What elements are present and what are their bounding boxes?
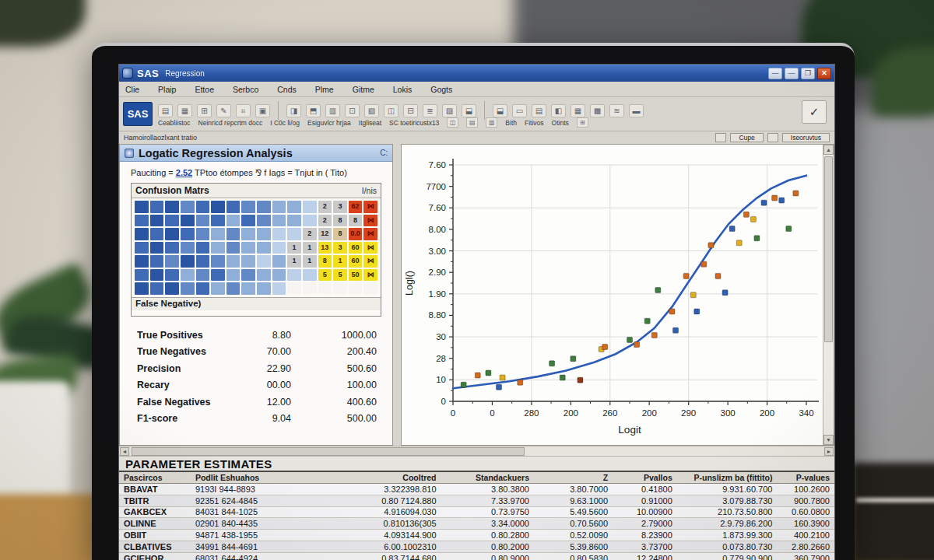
table-cell: 5.39.8600 <box>534 541 613 552</box>
table-cell: 0.70.5600 <box>534 518 613 530</box>
matrix-cell-0-8 <box>257 201 271 213</box>
minimize-button-2[interactable]: — <box>785 68 799 79</box>
document-title: Regression <box>165 69 205 78</box>
close-button[interactable]: ✕ <box>817 68 831 79</box>
toolbar-icon-r-8[interactable]: ▬ <box>629 104 644 117</box>
minimize-button[interactable]: — <box>768 68 782 79</box>
horizontal-scroll-thumb[interactable] <box>132 447 525 456</box>
menu-item-plaip[interactable]: Plaip <box>158 85 176 94</box>
toolbar-mini-icon-trail[interactable]: ⊞ <box>577 117 588 128</box>
toolbar-icon-1[interactable]: ▤ <box>158 104 173 117</box>
matrix-cell-3-3 <box>181 242 195 254</box>
table-row: GCIEHOR68031 644-49240.83 7144.6800.80.9… <box>119 552 834 560</box>
table-cell: OBIIT <box>119 530 191 541</box>
toolbar-icon-5[interactable]: ⌗ <box>236 104 251 117</box>
toolbar-icon-15[interactable]: ▨ <box>442 104 457 117</box>
table-cell: 0.80 7124.880 <box>312 495 441 506</box>
scatter-point <box>669 309 675 314</box>
metric-label: F1-score <box>137 413 237 424</box>
status-text: Hamoirollaozlxant tratio <box>124 134 197 142</box>
matrix-cell-2-0 <box>135 228 149 240</box>
toolbar-icon-6[interactable]: ▣ <box>255 104 270 117</box>
toolbar-icon-9[interactable]: ▥ <box>325 104 340 117</box>
sas-window: SAS Regression ——❐✕ CliePlaipEttoeSerbco… <box>118 64 835 560</box>
matrix-cell-4-0 <box>135 255 149 268</box>
toolbar-icon-r-6[interactable]: ▩ <box>590 104 605 117</box>
formula-rest: TPtoo étompes ⅋ f Iags = Tnjut in ( Tito… <box>192 168 347 177</box>
menu-item-clie[interactable]: Clie <box>125 85 139 94</box>
menu-item-gogts[interactable]: Gogts <box>430 85 452 94</box>
toolbar-icon-3[interactable]: ⊞ <box>197 104 212 117</box>
toolbar-icon-r-3[interactable]: ▤ <box>532 104 546 117</box>
menu-item-gitme[interactable]: Gitme <box>353 85 374 94</box>
matrix-cell-5-9 <box>272 269 286 282</box>
scatter-point <box>655 288 661 293</box>
menu-bar: CliePlaipEttoeSerbcoCndsPlmeGitmeLokisGo… <box>119 82 834 97</box>
metric-row: False Negatives12.00400.60 <box>137 394 377 411</box>
toolbar-icon-12[interactable]: ◫ <box>384 104 399 117</box>
menu-item-ettoe[interactable]: Ettoe <box>195 85 214 94</box>
matrix-cell-4-7 <box>241 255 255 268</box>
toolbar-mini-icon-2[interactable]: ▤ <box>466 117 478 128</box>
status-tab-blank-0[interactable] <box>715 133 726 142</box>
matrix-cell-1-13: 8 <box>333 215 347 227</box>
header-corner-icon[interactable]: C: <box>380 149 388 157</box>
matrix-cell-6-5 <box>211 282 225 295</box>
toolbar-icon-4[interactable]: ✎ <box>216 104 231 117</box>
menu-item-cnds[interactable]: Cnds <box>277 85 297 94</box>
check-button[interactable]: ✓ <box>802 100 827 124</box>
status-tab-iseoruvtus[interactable]: Iseoruvtus <box>782 133 830 142</box>
status-tab-blank-2[interactable] <box>767 133 778 142</box>
y-tick-label: 3.00 <box>429 247 446 256</box>
scroll-right-icon[interactable]: ► <box>824 447 834 456</box>
toolbar-icon-7[interactable]: ◨ <box>286 104 301 117</box>
horizontal-scrollbar[interactable]: ◄ ► <box>119 446 834 457</box>
matrix-cell-2-13: 8 <box>333 228 347 240</box>
toolbar-icon-16[interactable]: ⬓ <box>462 104 476 117</box>
scroll-down-icon[interactable]: ▼ <box>823 435 834 445</box>
formula-link[interactable]: 2.52 <box>176 168 192 177</box>
metric-value-1: 70.00 <box>237 346 291 357</box>
x-tick-label: 290 <box>681 408 696 418</box>
table-cell: 4.093144.900 <box>312 530 441 541</box>
matrix-cell-6-7 <box>241 282 255 295</box>
matrix-cell-6-9 <box>272 282 286 295</box>
toolbar-icon-r-5[interactable]: ▦ <box>571 104 585 117</box>
scroll-up-icon[interactable]: ▲ <box>823 145 834 155</box>
matrix-cell-0-6 <box>226 201 241 213</box>
column-header: P-values <box>777 472 834 484</box>
matrix-cell-5-5 <box>211 269 225 282</box>
scatter-point <box>578 377 583 383</box>
toolbar-icon-13[interactable]: ⊟ <box>403 104 418 117</box>
chart-vertical-scrollbar[interactable]: ▲ ▼ <box>823 145 834 445</box>
toolbar-icon-11[interactable]: ▧ <box>364 104 379 117</box>
toolbar-icon-r-1[interactable]: ⬓ <box>493 104 507 117</box>
vertical-scroll-thumb[interactable] <box>824 156 833 342</box>
toolbar-icon-2[interactable]: ▦ <box>177 104 192 117</box>
matrix-cell-5-7 <box>241 269 255 282</box>
toolbar-mini-icon-1[interactable]: ◫ <box>447 117 458 128</box>
x-tick-label: 200 <box>564 408 578 418</box>
toolbar-caption-r-2: Fitivos <box>525 119 544 127</box>
laptop-bezel: SAS Regression ——❐✕ CliePlaipEttoeSerbco… <box>92 43 855 560</box>
table-cell: 9.63.1000 <box>534 495 613 506</box>
toolbar-icon-10[interactable]: ⊡ <box>345 104 360 117</box>
main-area: Logatic Regression Analysis C: Pauciting… <box>119 144 834 446</box>
scatter-point <box>461 382 466 387</box>
menu-item-serbco[interactable]: Serbco <box>233 85 258 94</box>
toolbar-mini-icon-3[interactable]: ▥ <box>486 117 497 128</box>
menu-item-lokis[interactable]: Lokis <box>393 85 413 94</box>
matrix-cell-0-0 <box>135 201 149 213</box>
scroll-left-icon[interactable]: ◄ <box>120 447 129 456</box>
menu-item-plme[interactable]: Plme <box>315 85 334 94</box>
status-tab-cupe[interactable]: Cupe <box>730 133 763 142</box>
table-cell: 1.873.99.300 <box>677 530 778 541</box>
toolbar-icon-8[interactable]: ⬒ <box>306 104 321 117</box>
toolbar-icon-14[interactable]: ≣ <box>423 104 437 117</box>
app-icon <box>122 68 133 79</box>
toolbar-icon-r-7[interactable]: ≋ <box>609 104 624 117</box>
toolbar-icon-r-4[interactable]: ◧ <box>551 104 566 117</box>
restore-button[interactable]: ❐ <box>801 68 815 79</box>
toolbar-icon-r-2[interactable]: ▭ <box>512 104 527 117</box>
matrix-cell-6-6 <box>226 282 241 295</box>
